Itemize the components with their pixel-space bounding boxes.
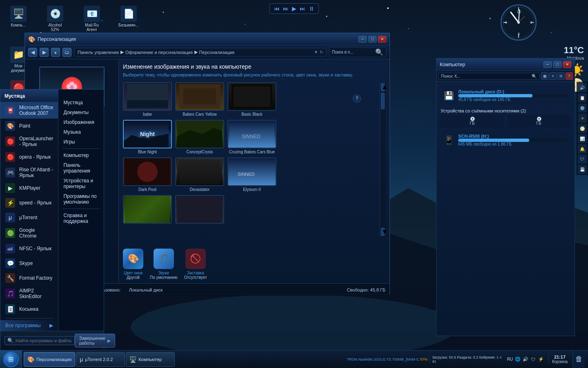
svg-point-5 [326,16,327,17]
start-item-outlook[interactable]: 📮 Microsoft Office Outlook 2007 [0,102,58,119]
right-images[interactable]: Изображения [58,117,104,127]
desktop-icon-mailru[interactable]: 📧 Mail.RuАгент [78,4,106,34]
view-btn-2[interactable]: ≡ [549,72,557,80]
media-pause-btn[interactable]: ⏸ [309,5,314,12]
svg-rect-42 [177,195,222,224]
gadget-icon-9[interactable]: 💾 [578,165,587,174]
tray-battery[interactable]: ⚡ [538,356,544,363]
view-btn-1[interactable]: ▦ [541,72,548,80]
drive-e[interactable]: 💿 ГБ [441,115,504,127]
taskbar-utorrent-icon: μ [80,356,83,363]
gadget-icon-4[interactable]: ☀ [578,114,587,123]
persona-minimize-btn[interactable]: ─ [359,36,367,43]
taskbar-computer[interactable]: 🖥️ Компьютер [126,352,175,367]
screensaver-item[interactable]: 🚫 ЗаставкаОтсутствует [184,249,207,280]
explorer-maximize-btn[interactable]: □ [553,61,561,68]
theme-extra-1[interactable] [123,195,172,225]
right-help[interactable]: Справка и поддержка [58,211,104,226]
start-item-kmplayer[interactable]: ▶ KMPlayer [0,181,58,195]
window-search[interactable]: Поиск в п... 🔍 [329,47,386,57]
gadget-icon-5[interactable]: 🌕 [578,124,587,133]
theme-concept-crysis[interactable]: ConceptCrysis [175,120,224,154]
start-item-rise[interactable]: 🎮 Rise Of Atlanti - Ярлык [0,164,58,181]
taskbar-clock[interactable]: 21:17 Корзина [548,355,571,364]
gadget-icon-8[interactable]: 🛡 [578,155,587,164]
refresh-icon[interactable]: ↻ [320,50,323,54]
theme-blue-night[interactable]: Night Blue Night [123,120,172,154]
theme-cruzing[interactable]: SINNED Cruzing Babes Cars Blue [227,120,276,154]
theme-scrollbar[interactable]: ▲ ▼ [380,82,385,237]
start-search-bar[interactable]: 🔍 [4,336,75,345]
right-mustyatsa[interactable]: Мустяца [58,98,104,108]
right-defaults[interactable]: Программы по умолчанию [58,191,104,207]
color-item[interactable]: 🎨 Цвет окнаДругой [123,249,143,280]
back-btn[interactable]: ◀ [28,48,37,57]
start-item-skype[interactable]: 💬 Skype [0,256,58,271]
tray-ru[interactable]: RU [507,356,513,363]
start-item-utorrent[interactable]: μ µTorrent [0,210,58,225]
scrollbar-down[interactable]: ▼ [381,228,385,236]
shutdown-button[interactable]: Завершение работы ▶ [75,334,115,348]
gadget-icon-6[interactable]: 📊 [578,134,587,143]
right-music[interactable]: Музыка [58,127,104,137]
svg-rect-28 [183,88,216,105]
start-item-chrome[interactable]: 🟢 Google Chrome [0,225,58,241]
gadget-icon-2[interactable]: 📋 [578,93,587,102]
start-item-opera[interactable]: 🔴 opera - Ярлык [0,150,58,164]
media-next-btn[interactable]: ⏭ [300,5,305,12]
right-documents[interactable]: Документы [58,108,104,117]
all-programs-item[interactable]: Все программы ▶ [0,320,58,331]
theme-babes-cars[interactable]: Babes Cars Yellow [175,82,224,117]
start-item-solitaire[interactable]: 🃏 Косынка [0,302,58,316]
explorer-minimize-btn[interactable]: ─ [543,61,552,68]
start-item-operalauncher[interactable]: 🔴 OperaLauncher - Ярлык [0,133,58,150]
scrollbar-up[interactable]: ▲ [381,83,385,91]
theme-dark-pool[interactable]: Dark Pool [123,157,172,192]
explorer-search-box[interactable]: Поиск: К... 🔍 [438,73,539,80]
right-controlpanel[interactable]: Панель управления [58,160,104,176]
start-search-input[interactable] [16,338,72,343]
desktop-icon-computer[interactable]: 🖥️ Компь... [4,4,33,34]
taskbar-personalization[interactable]: 🎨 Персонализация [24,352,75,367]
theme-elysium[interactable]: SINNED Elysium II [227,157,276,192]
persona-maximize-btn[interactable]: □ [368,36,376,43]
media-play-btn[interactable]: ▶ [292,5,296,12]
right-devices[interactable]: Устройства и принтеры [58,176,104,191]
view-btn-3[interactable]: ⊟ [557,72,565,80]
gadget-icon-3[interactable]: ⚙️ [578,103,587,112]
desktop-icon-alcohol[interactable]: 💿 Alcohol52% [41,4,69,34]
forward-btn[interactable]: ▶ [40,48,49,57]
start-item-paint[interactable]: 🎨 Paint [0,119,58,133]
drive-f[interactable]: 💿 ГБ [507,115,570,127]
theme-extra-2[interactable] [175,195,224,225]
theme-babe[interactable]: babe [123,82,172,117]
taskbar-utorrent[interactable]: μ µTorrent 2.0.2 [76,352,125,367]
theme-basic-black[interactable]: Basic Black [227,82,276,117]
desktop-icon-unnamed[interactable]: 📄 Безымян... [114,4,143,34]
explorer-close-btn[interactable]: ✕ [563,61,571,68]
scrollbar-thumb[interactable] [381,93,385,109]
start-item-nfsc[interactable]: 🏎 NFSC - Ярлык [0,241,58,256]
right-games[interactable]: Игры [58,137,104,147]
gadget-icon-1[interactable]: 🔊 [578,83,587,92]
recycle-bin[interactable]: 🗑 [572,350,585,368]
sounds-item[interactable]: 🎵 ЗвукиПо умолчанию [150,249,178,280]
tray-network[interactable]: 🌐 [514,356,521,363]
media-prev-btn[interactable]: ⏮ [274,5,280,12]
gadget-icon-7[interactable]: 🔔 [578,144,587,153]
theme-devastator[interactable]: Devastator [175,157,224,192]
media-prev2-btn[interactable]: ⏭ [283,5,289,12]
start-item-aimp2[interactable]: 🎵 AIMP2 SkinEditor [0,285,58,302]
start-item-format[interactable]: 🔧 Format Factory [0,271,58,285]
right-computer[interactable]: Компьютер [58,150,104,160]
start-menu: Мустяца 📮 Microsoft Office Outlook 2007 … [0,89,104,350]
start-item-speed[interactable]: ⚡ speed - Ярлык [0,195,58,210]
up-btn[interactable]: ▲ [51,48,60,57]
help-btn[interactable]: ? [566,72,573,80]
drive-sch[interactable]: 📱 SCH-R500 (H:) 645 МБ свободно из 1.86 … [441,130,570,150]
start-button[interactable]: ⊞ [0,350,22,368]
tray-volume[interactable]: 🔊 [522,356,529,363]
persona-close-btn[interactable]: ✕ [378,36,386,43]
tray-security[interactable]: 🛡 [530,356,537,363]
drive-d[interactable]: 💾 Локальный диск (D:) 45,8 ГБ свободно и… [441,86,570,105]
